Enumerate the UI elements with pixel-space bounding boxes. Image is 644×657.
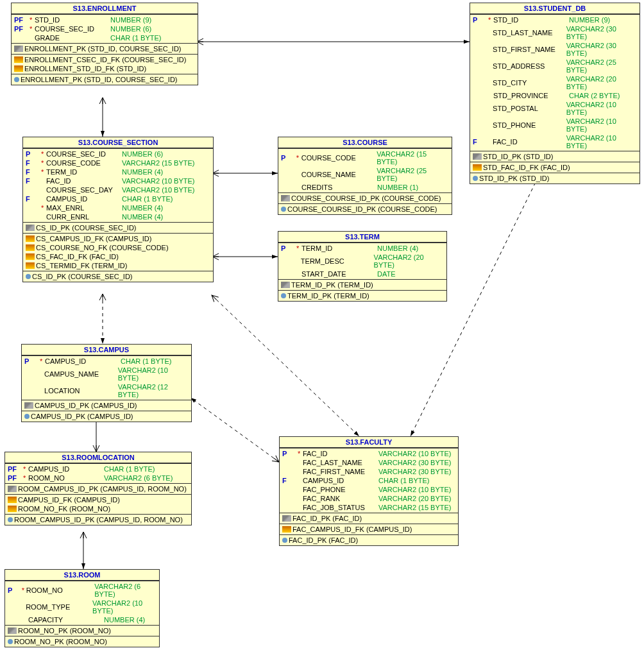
ico-fk-icon	[282, 526, 291, 533]
column-type: DATE	[377, 270, 396, 278]
column-row: STD_LAST_NAMEVARCHAR2 (30 BYTE)	[470, 24, 640, 41]
uq-index: ENROLLMENT_PK (STD_ID, COURSE_SEC_ID)	[12, 75, 198, 84]
ico-uq-icon	[14, 77, 19, 82]
column-row: FAC_JOB_STATUSVARCHAR2 (15 BYTE)	[280, 503, 458, 512]
column-type: VARCHAR2 (30 BYTE)	[566, 25, 637, 40]
fk-index: CS_FAC_ID_FK (FAC_ID)	[23, 252, 213, 261]
uq-index: TERM_ID_PK (TERM_ID)	[278, 291, 446, 300]
notnull-star: *	[30, 25, 35, 33]
column-row: TERM_DESCVARCHAR2 (20 BYTE)	[278, 253, 446, 269]
column-type: NUMBER (4)	[122, 168, 163, 176]
notnull-star: *	[22, 586, 26, 594]
column-name: STD_ID	[493, 16, 569, 24]
column-type: VARCHAR2 (10 BYTE)	[122, 186, 195, 194]
pk-index: ROOM_NO_PK (ROOM_NO)	[5, 626, 159, 635]
table-title: S13.COURSE	[278, 137, 452, 148]
column-row: STD_ADDRESSVARCHAR2 (25 BYTE)	[470, 58, 640, 74]
key-flag: F	[473, 138, 487, 146]
column-name: STD_ADDRESS	[493, 62, 566, 70]
column-row: COURSE_SEC_DAYVARCHAR2 (10 BYTE)	[23, 185, 213, 194]
key-flag: F	[26, 177, 41, 185]
uq-index: COURSE_COURSE_ID_PK (COURSE_CODE)	[278, 205, 452, 214]
key-flag: F	[26, 195, 41, 203]
ico-uq-icon	[8, 517, 13, 522]
ico-pk-icon	[281, 282, 290, 288]
column-name: STD_POSTAL	[493, 105, 566, 112]
fk-index: CS_COURSE_NO_FK (COURSE_CODE)	[23, 243, 213, 252]
ico-pk-icon	[473, 153, 482, 160]
column-row: PF*CAMPUS_IDCHAR (1 BYTE)	[5, 465, 191, 474]
notnull-star: *	[41, 159, 46, 167]
column-name: ROOM_TYPE	[26, 603, 92, 611]
ico-pk-icon	[8, 486, 17, 492]
uq-index: ROOM_NO_PK (ROOM_NO)	[5, 637, 159, 646]
column-type: VARCHAR2 (10 BYTE)	[566, 117, 637, 133]
column-row: P*CAMPUS_IDCHAR (1 BYTE)	[22, 357, 191, 366]
ico-pk-icon	[26, 225, 35, 231]
pk-index: TERM_ID_PK (TERM_ID)	[278, 280, 446, 289]
column-type: VARCHAR2 (10 BYTE)	[566, 134, 637, 149]
column-name: TERM_DESC	[301, 257, 374, 265]
column-row: PF*COURSE_SEC_IDNUMBER (6)	[12, 24, 198, 33]
table-roomlocation[interactable]: S13.ROOMLOCATIONPF*CAMPUS_IDCHAR (1 BYTE…	[4, 452, 192, 525]
column-row: STD_PHONEVARCHAR2 (10 BYTE)	[470, 117, 640, 133]
column-row: STD_CITYVARCHAR2 (20 BYTE)	[470, 74, 640, 91]
column-type: VARCHAR2 (15 BYTE)	[378, 504, 452, 511]
column-type: VARCHAR2 (30 BYTE)	[378, 459, 452, 466]
ico-uq-icon	[473, 176, 478, 181]
table-term[interactable]: S13.TERMP*TERM_IDNUMBER (4)TERM_DESCVARC…	[278, 231, 447, 302]
notnull-star: *	[488, 16, 493, 24]
notnull-star: *	[23, 474, 28, 482]
table-room[interactable]: S13.ROOMP*ROOM_NOVARCHAR2 (6 BYTE)ROOM_T…	[4, 569, 160, 647]
column-name: COURSE_SEC_ID	[35, 25, 110, 33]
table-course_section[interactable]: S13.COURSE_SECTIONP*COURSE_SEC_IDNUMBER …	[22, 137, 214, 282]
column-row: P*FAC_IDVARCHAR2 (10 BYTE)	[280, 449, 458, 458]
column-name: CAMPUS_ID	[303, 477, 378, 484]
table-enrollment[interactable]: S13.ENROLLMENTPF*STD_IDNUMBER (9)PF*COUR…	[11, 3, 198, 85]
fk-index: CS_CAMPUS_ID_FK (CAMPUS_ID)	[23, 234, 213, 243]
notnull-star: *	[41, 204, 46, 212]
notnull-star: *	[30, 16, 35, 24]
notnull-star: *	[23, 465, 28, 473]
column-name: STD_LAST_NAME	[493, 29, 566, 37]
column-name: FAC_RANK	[303, 495, 378, 502]
ico-fk-icon	[26, 253, 35, 260]
column-type: VARCHAR2 (10 BYTE)	[566, 101, 637, 116]
column-type: NUMBER (6)	[110, 25, 151, 33]
column-row: FFAC_IDVARCHAR2 (10 BYTE)	[23, 176, 213, 185]
column-name: ROOM_NO	[26, 586, 94, 594]
table-title: S13.ENROLLMENT	[12, 3, 198, 14]
key-flag: PF	[8, 474, 23, 482]
column-type: VARCHAR2 (15 BYTE)	[377, 150, 449, 166]
table-campus[interactable]: S13.CAMPUSP*CAMPUS_IDCHAR (1 BYTE)CAMPUS…	[21, 344, 192, 422]
column-name: FAC_PHONE	[303, 486, 378, 493]
column-type: VARCHAR2 (25 BYTE)	[566, 58, 637, 74]
fk-index: CS_TERMID_FK (TERM_ID)	[23, 261, 213, 270]
column-type: CHAR (1 BYTE)	[122, 195, 173, 203]
uq-index: ROOM_CAMPUS_ID_PK (CAMPUS_ID, ROOM_NO)	[5, 515, 191, 524]
table-student[interactable]: S13.STUDENT_DBP*STD_IDNUMBER (9)STD_LAST…	[470, 3, 640, 184]
table-course[interactable]: S13.COURSEP*COURSE_CODEVARCHAR2 (15 BYTE…	[278, 137, 452, 215]
notnull-star: *	[296, 154, 301, 162]
table-faculty[interactable]: S13.FACULTYP*FAC_IDVARCHAR2 (10 BYTE)FAC…	[279, 436, 459, 546]
key-flag: P	[8, 586, 22, 594]
pk-index: CS_ID_PK (COURSE_SEC_ID)	[23, 223, 213, 232]
ico-uq-icon	[282, 538, 287, 543]
svg-line-7	[212, 295, 359, 436]
column-name: START_DATE	[301, 270, 377, 278]
column-row: FCAMPUS_IDCHAR (1 BYTE)	[280, 476, 458, 485]
fk-index: FAC_CAMPUS_ID_FK (CAMPUS_ID)	[280, 525, 458, 534]
column-row: P*ROOM_NOVARCHAR2 (6 BYTE)	[5, 582, 159, 599]
column-row: P*COURSE_CODEVARCHAR2 (15 BYTE)	[278, 149, 452, 166]
ico-pk-icon	[281, 195, 290, 201]
column-row: PF*STD_IDNUMBER (9)	[12, 15, 198, 24]
notnull-star: *	[298, 450, 303, 457]
column-row: CURR_ENRLNUMBER (4)	[23, 212, 213, 221]
column-row: FFAC_IDVARCHAR2 (10 BYTE)	[470, 133, 640, 150]
column-type: VARCHAR2 (10 BYTE)	[122, 177, 195, 185]
fk-index: CAMPUS_ID_FK (CAMPUS_ID)	[5, 495, 191, 504]
key-flag: PF	[14, 25, 30, 33]
table-title: S13.STUDENT_DB	[470, 3, 640, 14]
ico-pk-icon	[24, 402, 33, 409]
column-row: COURSE_NAMEVARCHAR2 (25 BYTE)	[278, 166, 452, 183]
